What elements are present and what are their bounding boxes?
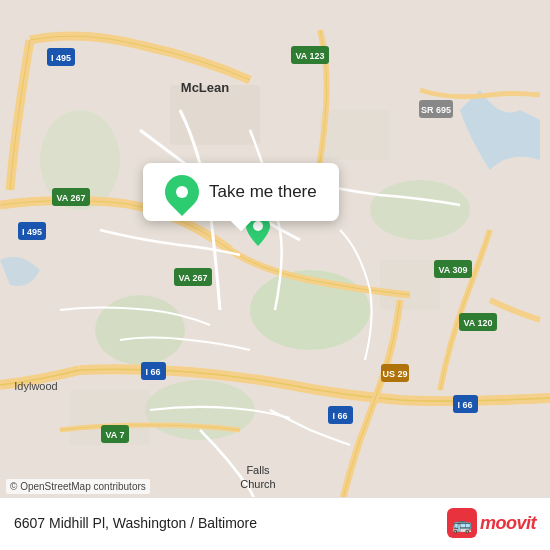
moovit-logo: 🚌 moovit xyxy=(447,508,536,538)
pin-icon xyxy=(165,175,199,209)
svg-text:VA 123: VA 123 xyxy=(295,51,324,61)
map-attribution: © OpenStreetMap contributors xyxy=(6,479,150,494)
moovit-icon: 🚌 xyxy=(447,508,477,538)
svg-point-3 xyxy=(370,180,470,240)
svg-point-40 xyxy=(253,221,263,231)
moovit-label: moovit xyxy=(480,513,536,534)
bottom-bar: 6607 Midhill Pl, Washington / Baltimore … xyxy=(0,497,550,550)
map-container: I 495 I 495 VA 123 VA 267 VA 267 VA 309 … xyxy=(0,0,550,550)
svg-text:SR 695: SR 695 xyxy=(421,105,451,115)
svg-text:🚌: 🚌 xyxy=(452,515,472,534)
svg-text:VA 267: VA 267 xyxy=(56,193,85,203)
svg-text:I 495: I 495 xyxy=(22,227,42,237)
svg-text:I 66: I 66 xyxy=(332,411,347,421)
svg-rect-7 xyxy=(320,110,390,160)
svg-text:Idylwood: Idylwood xyxy=(14,380,57,392)
svg-text:I 66: I 66 xyxy=(457,400,472,410)
svg-text:VA 7: VA 7 xyxy=(105,430,124,440)
svg-text:McLean: McLean xyxy=(181,80,229,95)
svg-text:VA 120: VA 120 xyxy=(463,318,492,328)
svg-text:Falls: Falls xyxy=(246,464,270,476)
take-me-there-button[interactable]: Take me there xyxy=(209,182,317,202)
svg-text:US 29: US 29 xyxy=(382,369,407,379)
svg-text:VA 309: VA 309 xyxy=(438,265,467,275)
svg-rect-8 xyxy=(380,260,440,310)
svg-text:Church: Church xyxy=(240,478,275,490)
svg-text:I 66: I 66 xyxy=(145,367,160,377)
map-background: I 495 I 495 VA 123 VA 267 VA 267 VA 309 … xyxy=(0,0,550,550)
svg-text:VA 267: VA 267 xyxy=(178,273,207,283)
address-label: 6607 Midhill Pl, Washington / Baltimore xyxy=(14,515,257,531)
popup-card[interactable]: Take me there xyxy=(143,163,339,221)
svg-text:I 495: I 495 xyxy=(51,53,71,63)
svg-point-2 xyxy=(95,295,185,365)
